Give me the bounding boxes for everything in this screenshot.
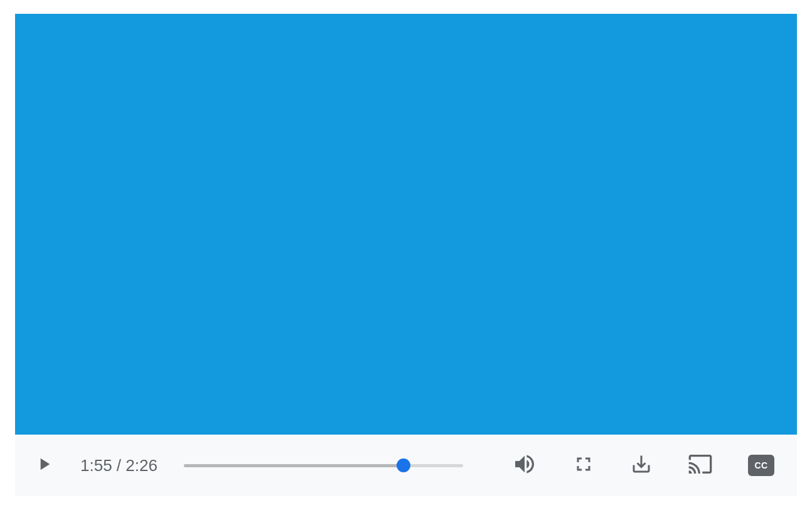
captions-button[interactable]: CC [748,455,774,476]
svg-text:CC: CC [754,460,767,470]
fullscreen-button[interactable] [572,453,595,478]
cast-button[interactable] [688,452,713,479]
download-icon [630,453,653,478]
cc-icon: CC [748,455,774,476]
time-display: 1:55 / 2:26 [80,456,158,475]
volume-icon [512,452,537,479]
play-button[interactable] [34,453,54,478]
current-time: 1:55 [80,456,112,475]
progress-slider[interactable] [184,459,463,472]
progress-thumb[interactable] [397,458,410,472]
play-icon [34,453,54,478]
progress-fill [184,464,403,467]
video-viewport[interactable] [15,14,797,435]
controls-bar: 1:55 / 2:26 [15,435,797,496]
video-player: 1:55 / 2:26 [15,14,797,496]
cast-icon [688,452,713,479]
right-controls: CC [512,452,774,479]
time-separator: / [112,456,126,475]
duration: 2:26 [126,456,158,475]
volume-button[interactable] [512,452,537,479]
fullscreen-icon [572,453,595,478]
download-button[interactable] [630,453,653,478]
